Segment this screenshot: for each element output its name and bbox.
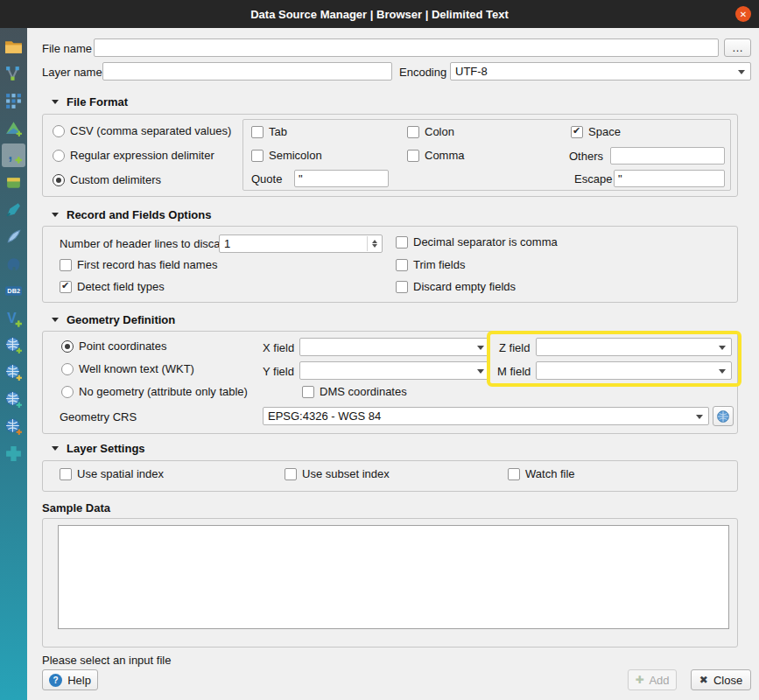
y-field-select[interactable] <box>299 361 490 380</box>
file-name-input[interactable] <box>94 38 719 57</box>
collapse-arrow-icon <box>52 318 59 326</box>
watch-file-checkbox[interactable]: Watch file <box>508 467 575 480</box>
svg-text:,: , <box>8 146 12 163</box>
detect-field-types-checkbox[interactable]: Detect field types <box>60 280 165 293</box>
escape-input[interactable] <box>614 170 725 187</box>
sidebar-item-point-cloud[interactable] <box>2 89 25 113</box>
semicolon-checkbox[interactable]: Semicolon <box>251 149 322 162</box>
geometry-crs-select[interactable]: EPSG:4326 - WGS 84 <box>263 407 709 425</box>
layer-settings-group-header[interactable]: Layer Settings <box>52 442 145 455</box>
others-input[interactable] <box>610 147 725 164</box>
crs-globe-icon <box>716 410 730 424</box>
regex-delimiter-radio[interactable]: Regular expression delimiter <box>53 149 214 162</box>
header-lines-spinbox[interactable]: 1 <box>219 234 383 253</box>
data-source-manager-window: Data Source Manager | Browser | Delimite… <box>0 0 759 700</box>
z-field-select[interactable] <box>536 338 732 356</box>
space-checkbox[interactable]: Space <box>571 125 621 138</box>
first-record-checkbox[interactable]: First record has field names <box>60 258 217 271</box>
wfs-globe-icon <box>4 390 23 409</box>
help-icon: ? <box>49 674 62 687</box>
close-icon: ✕ <box>740 10 747 19</box>
x-field-select[interactable] <box>299 338 490 356</box>
close-button[interactable]: ✖ Close <box>691 669 751 690</box>
header-lines-label: Number of header lines to discard <box>60 237 230 251</box>
crs-select-button[interactable] <box>713 406 734 426</box>
decimal-separator-checkbox[interactable]: Decimal separator is comma <box>396 235 558 248</box>
window-close-button[interactable]: ✕ <box>735 6 751 22</box>
wcs-globe-icon <box>4 363 23 382</box>
sidebar-item-browser[interactable] <box>2 35 25 59</box>
status-message: Please select an input file <box>42 654 171 668</box>
collapse-arrow-icon <box>52 446 59 454</box>
add-icon: ✚ <box>635 674 643 686</box>
collapse-arrow-icon <box>52 213 59 220</box>
sidebar-item-delimited-text[interactable]: , <box>2 144 25 167</box>
use-spatial-index-checkbox[interactable]: Use spatial index <box>60 467 164 480</box>
comma-checkbox[interactable]: Comma <box>407 149 465 162</box>
z-field-label: Z field <box>499 341 530 355</box>
sidebar-item-wms[interactable] <box>2 333 25 357</box>
gps-icon <box>4 200 23 219</box>
m-field-label: M field <box>497 365 531 379</box>
wms-globe-icon <box>4 336 23 354</box>
point-coordinates-radio[interactable]: Point coordinates <box>61 340 166 353</box>
sidebar-item-virtual-layer[interactable]: V <box>2 306 25 330</box>
sidebar-item-wfs[interactable] <box>2 388 25 411</box>
record-fields-group-header[interactable]: Record and Fields Options <box>52 208 211 221</box>
file-format-group-header[interactable]: File Format <box>52 95 128 108</box>
custom-delimiters-radio[interactable]: Custom delimiters <box>53 173 161 186</box>
svg-text:V: V <box>7 311 17 326</box>
geometry-crs-label: Geometry CRS <box>60 410 137 424</box>
layer-name-input[interactable] <box>102 62 392 80</box>
discard-empty-fields-checkbox[interactable]: Discard empty fields <box>396 280 516 293</box>
use-subset-index-checkbox[interactable]: Use subset index <box>285 467 390 480</box>
help-button[interactable]: ? Help <box>42 669 98 690</box>
escape-label: Escape <box>574 172 612 186</box>
wkt-radio[interactable]: Well known text (WKT) <box>61 362 194 375</box>
dms-coordinates-checkbox[interactable]: DMS coordinates <box>302 385 407 398</box>
point-cloud-icon <box>4 92 23 110</box>
sidebar-item-geopackage[interactable] <box>2 171 25 194</box>
vector-layer-icon <box>4 65 23 83</box>
colon-checkbox[interactable]: Colon <box>407 125 454 138</box>
no-geometry-radio[interactable]: No geometry (attribute only table) <box>61 385 248 398</box>
encoding-select[interactable]: UTF-8 <box>450 62 751 80</box>
spin-up-button[interactable] <box>368 236 381 244</box>
db2-icon: DB2 <box>4 282 23 300</box>
sidebar-item-wcs[interactable] <box>2 360 25 384</box>
geometry-group-header[interactable]: Geometry Definition <box>52 313 175 326</box>
x-field-label: X field <box>263 341 294 355</box>
postgis-icon <box>4 255 23 273</box>
sidebar-item-db2[interactable]: DB2 <box>2 279 25 303</box>
layer-name-label: Layer name <box>42 66 102 80</box>
window-title: Data Source Manager | Browser | Delimite… <box>250 8 509 21</box>
tab-checkbox[interactable]: Tab <box>251 125 287 138</box>
geopackage-icon <box>4 173 23 192</box>
csv-radio[interactable]: CSV (comma separated values) <box>53 124 231 137</box>
sidebar-item-spatialite[interactable] <box>2 225 25 248</box>
source-type-sidebar: , DB2 V <box>0 28 27 700</box>
spin-down-button[interactable] <box>368 244 381 252</box>
quote-input[interactable] <box>294 170 389 187</box>
browse-file-button[interactable]: … <box>724 38 751 57</box>
sidebar-item-gps[interactable] <box>2 198 25 221</box>
m-field-select[interactable] <box>536 361 732 380</box>
add-button[interactable]: ✚ Add <box>628 669 677 690</box>
sidebar-item-mesh[interactable] <box>2 116 25 140</box>
browser-folder-icon <box>4 38 23 56</box>
sidebar-item-vector-tile[interactable] <box>2 442 25 466</box>
trim-fields-checkbox[interactable]: Trim fields <box>396 258 465 271</box>
sidebar-item-arcgis-rest[interactable] <box>2 415 25 438</box>
sidebar-item-postgis[interactable] <box>2 252 25 276</box>
mesh-layer-icon <box>4 119 23 137</box>
arcgis-rest-globe-icon <box>4 417 23 436</box>
file-name-label: File name <box>42 42 92 56</box>
sidebar-item-vector[interactable] <box>2 62 25 86</box>
vector-tile-icon <box>4 444 23 463</box>
encoding-label: Encoding <box>399 66 446 80</box>
sample-data-area[interactable] <box>58 525 729 629</box>
titlebar[interactable]: Data Source Manager | Browser | Delimite… <box>0 0 759 28</box>
virtual-layer-icon: V <box>4 309 23 327</box>
quote-label: Quote <box>251 172 282 186</box>
spatialite-icon <box>4 228 23 246</box>
